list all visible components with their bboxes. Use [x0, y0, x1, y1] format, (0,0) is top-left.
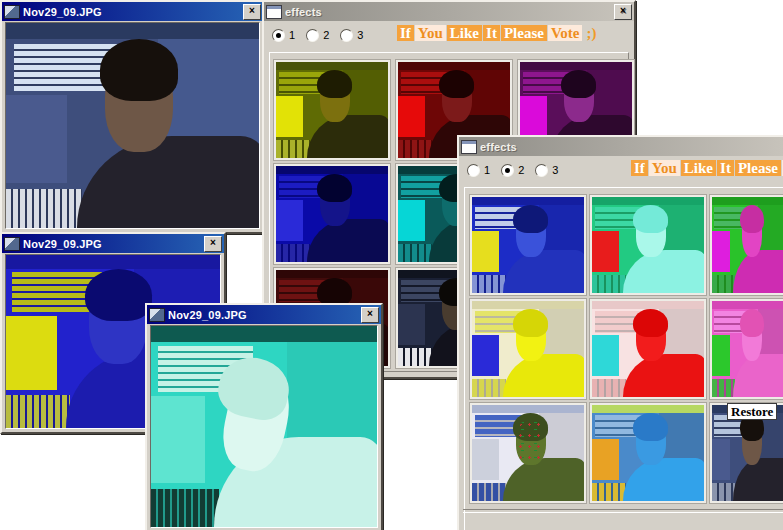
radiator — [276, 244, 310, 262]
effect-thumbnail-1[interactable] — [274, 60, 390, 160]
ceiling-slat — [276, 270, 388, 278]
effect-image — [472, 301, 584, 397]
person-hair — [740, 309, 764, 338]
effect-image — [276, 166, 388, 262]
ceiling-slat — [398, 62, 510, 70]
ceiling-slat — [6, 255, 220, 269]
effect-image — [712, 301, 783, 397]
window-photo-original: Nov29_09.JPG × — [0, 0, 265, 234]
effect-thumbnail-5[interactable] — [590, 299, 706, 399]
bright-panel — [151, 396, 205, 482]
radio-option-3[interactable]: 3 — [535, 164, 558, 177]
radio-option-3[interactable]: 3 — [340, 29, 363, 42]
bright-panel — [520, 96, 547, 137]
photo-viewport — [150, 325, 378, 528]
form-window-icon — [461, 140, 477, 154]
titlebar[interactable]: Nov29_09.JPG × — [2, 234, 224, 253]
window-title: effects — [285, 6, 611, 18]
person-hair — [439, 70, 474, 99]
radio-option-2[interactable]: 2 — [306, 29, 329, 42]
effect-thumbnail-8[interactable] — [590, 403, 706, 503]
desktop: Nov29_09.JPG × Nov29_09.JPG × effects × … — [0, 0, 783, 530]
vote-banner: IfYouLikeItPleaseVote;) — [397, 25, 600, 43]
person-body — [733, 458, 783, 501]
titlebar[interactable]: effects — [459, 137, 783, 156]
person-body — [623, 250, 704, 293]
bright-panel — [592, 439, 619, 480]
ceiling-slat — [472, 405, 584, 413]
person-body — [503, 354, 584, 397]
person-body — [503, 250, 584, 293]
radio-icon — [340, 29, 353, 42]
effect-image — [592, 301, 704, 397]
ceiling-slat — [520, 62, 632, 70]
radio-option-1[interactable]: 1 — [272, 29, 295, 42]
bright-panel — [712, 335, 730, 376]
close-icon[interactable]: × — [243, 4, 261, 20]
radio-icon — [306, 29, 319, 42]
form-window-icon — [266, 5, 282, 19]
bright-panel — [592, 231, 619, 272]
person-body — [623, 354, 704, 397]
image-window-icon — [149, 308, 165, 322]
bright-panel — [472, 439, 499, 480]
ceiling-slat — [276, 166, 388, 174]
titlebar[interactable]: effects × — [264, 2, 634, 21]
person-body — [307, 115, 388, 158]
radio-icon — [272, 29, 285, 42]
bright-panel — [6, 95, 67, 183]
bright-panel — [398, 96, 425, 137]
person-body — [503, 458, 584, 501]
person-hair — [633, 413, 668, 442]
bright-panel — [276, 96, 303, 137]
radiator — [472, 275, 506, 293]
effect-thumbnail-2[interactable] — [590, 195, 706, 295]
person-body — [623, 458, 704, 501]
close-icon[interactable]: × — [204, 236, 222, 252]
radiator — [712, 275, 735, 293]
radio-option-1[interactable]: 1 — [467, 164, 490, 177]
ceiling-slat — [6, 23, 259, 39]
radiator — [398, 244, 432, 262]
radiator — [592, 275, 626, 293]
person-body — [77, 136, 259, 228]
restore-button[interactable]: Restore — [727, 403, 777, 420]
bright-panel — [472, 335, 499, 376]
divider — [463, 509, 783, 513]
effect-thumbnail-6[interactable] — [710, 299, 783, 399]
person-hair — [513, 309, 548, 338]
effect-image — [472, 197, 584, 293]
vote-banner: IfYouLikeItPleaseVote;) — [631, 160, 783, 178]
person-body — [733, 354, 783, 397]
window-effects-2: effects 1 2 3 IfYouLikeItPleaseVote;) — [457, 135, 783, 530]
ceiling-slat — [712, 301, 783, 309]
close-icon[interactable]: × — [614, 4, 632, 20]
bright-panel — [276, 200, 303, 241]
image-window-icon — [4, 5, 20, 19]
radio-option-2[interactable]: 2 — [501, 164, 524, 177]
radio-icon — [535, 164, 548, 177]
radiator — [472, 483, 506, 501]
window-photo-cyan: Nov29_09.JPG × — [145, 303, 383, 530]
radiator — [398, 348, 432, 366]
radiator — [472, 379, 506, 397]
bright-panel — [398, 200, 425, 241]
effect-thumbnail-4[interactable] — [274, 164, 390, 264]
person-hair — [100, 39, 178, 101]
ceiling-slat — [472, 197, 584, 205]
effect-thumbnail-7[interactable] — [470, 403, 586, 503]
radiator — [712, 379, 735, 397]
bright-panel — [398, 304, 425, 345]
radiator — [6, 395, 70, 428]
effect-thumbnail-4[interactable] — [470, 299, 586, 399]
effect-thumbnail-3[interactable] — [710, 195, 783, 295]
photo-cyan-effect — [151, 326, 377, 527]
close-icon[interactable]: × — [361, 307, 379, 323]
radiator — [276, 140, 310, 158]
titlebar[interactable]: Nov29_09.JPG × — [147, 305, 381, 324]
ceiling-slat — [276, 62, 388, 70]
radiator — [592, 483, 626, 501]
titlebar[interactable]: Nov29_09.JPG × — [2, 2, 263, 21]
effect-thumbnail-1[interactable] — [470, 195, 586, 295]
ceiling-slat — [712, 197, 783, 205]
